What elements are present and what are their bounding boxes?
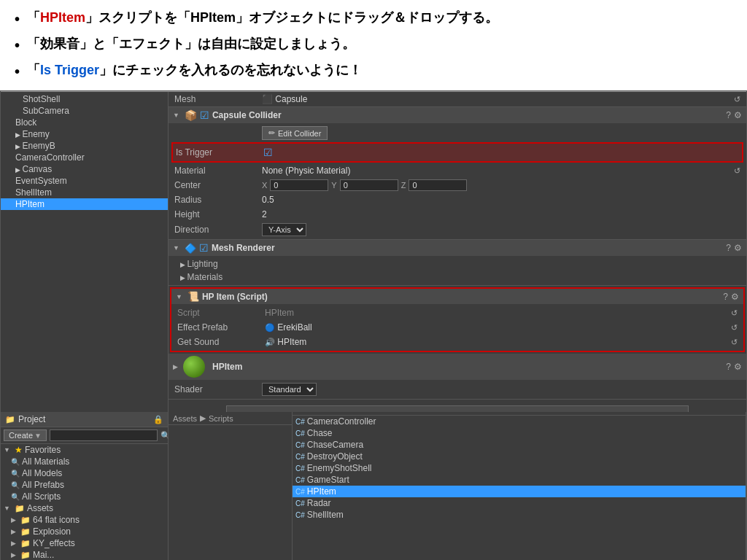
instructions-area: 「HPItem」スクリプトを「HPItem」オブジェクトにドラッグ＆ドロップする… [0,0,747,90]
help-icon-mesh[interactable]: ? [726,243,731,253]
script-icon: 📜 [187,291,199,302]
asset-kyeffects[interactable]: ▶ 📁 KY_effects [1,537,168,549]
capsule-collider-section: ▼ 📦 ☑ Capsule Collider ? ⚙ ✏ Edit Collid… [169,107,746,240]
hp-material-title: HPItem [212,362,723,372]
center-x-input[interactable] [270,179,328,191]
hp-item-script-section: ▼ 📜 HP Item (Script) ? ⚙ Script HPItem ↺… [170,287,745,352]
gear-icon-capsule[interactable]: ⚙ [734,110,742,120]
favorites-collapse: ▼ [4,446,10,454]
script-radar[interactable]: C# Radar [293,497,746,509]
create-button[interactable]: Create ▼ [4,429,47,441]
gear-icon-material[interactable]: ⚙ [734,362,742,372]
script-hp-label: HPItem [307,486,336,497]
lighting-foldable[interactable]: Lighting [169,257,746,271]
hier-shotshell[interactable]: ShotShell [1,93,168,105]
hier-enemyb[interactable]: EnemyB [1,140,168,152]
capsule-collider-body: ✏ Edit Collider Is Trigger ☑ [169,123,746,239]
fav-all-materials[interactable]: 🔍 All Materials [1,456,168,467]
hp-item-script-header[interactable]: ▼ 📜 HP Item (Script) ? ⚙ [171,289,743,304]
mesh-enable-check[interactable]: ☑ [199,242,209,254]
search-input[interactable] [50,429,158,441]
hp-item-material-header[interactable]: ▶ HPItem ? ⚙ [169,354,746,380]
capsule-collider-header[interactable]: ▼ 📦 ☑ Capsule Collider ? ⚙ [169,107,746,123]
material-reset-icon[interactable]: ↺ [734,166,740,176]
assets-scripts-area: Assets ▶ Scripts C# CameraController C# … [169,412,746,560]
gear-icon-script[interactable]: ⚙ [731,292,739,302]
script-cameracontroller[interactable]: C# CameraController [293,416,746,427]
highlight-trigger: Is Trigger [40,63,99,77]
hier-shellitem[interactable]: ShellItem [1,187,168,198]
search-icon-prefabs: 🔍 [11,481,20,489]
csharp-icon-radar: C# [295,499,305,508]
is-trigger-row: Is Trigger ☑ [171,142,743,163]
hier-eventsystem[interactable]: EventSystem [1,175,168,187]
favorites-label: Favorites [25,445,61,455]
bullet-1: 「HPItem」スクリプトを「HPItem」オブジェクトにドラッグ＆ドロップする… [15,7,732,31]
effect-prefab-row: Effect Prefab 🔵 ErekiBall ↺ [171,320,743,335]
asset-mai[interactable]: ▶ 📁 Mai... [1,549,168,560]
get-sound-row: Get Sound 🔊 HPItem ↺ [171,335,743,349]
assets-header[interactable]: ▼ 📁 Assets [1,502,168,514]
sound-reset-icon[interactable]: ↺ [731,338,738,347]
fav-all-scripts[interactable]: 🔍 All Scripts [1,491,168,502]
script-destroyobject[interactable]: C# DestroyObject [293,451,746,462]
hp-item-material-body: Shader Standard [169,380,746,399]
collapse-arrow-capsule: ▼ [173,112,179,119]
fav-all-models[interactable]: 🔍 All Models [1,467,168,479]
favorites-header[interactable]: ▼ ★ Favorites [1,444,168,456]
hier-subcamera[interactable]: SubCamera [1,105,168,117]
hier-cameracontroller[interactable]: CameraController [1,152,168,163]
script-shellitem[interactable]: C# ShellItem [293,509,746,521]
help-icon-material[interactable]: ? [726,362,731,372]
edit-collider-button[interactable]: ✏ Edit Collider [262,126,328,140]
script-chasecamera[interactable]: C# ChaseCamera [293,439,746,451]
fav-scripts-label: All Scripts [22,491,61,502]
mesh-reset-icon[interactable]: ↺ [734,95,740,104]
asset-explosion[interactable]: ▶ 📁 Explosion [1,526,168,537]
kyeffects-arrow: ▶ [11,540,16,547]
capsule-enable-check[interactable]: ☑ [200,109,209,121]
script-chase[interactable]: C# Chase [293,427,746,439]
csharp-icon-chase: C# [295,429,305,438]
is-trigger-checkbox[interactable]: ☑ [263,147,273,158]
hier-block[interactable]: Block [1,117,168,128]
fav-materials-label: All Materials [22,456,69,467]
effect-prefab-value: 🔵 ErekiBall [265,322,731,332]
fav-all-prefabs[interactable]: 🔍 All Prefabs [1,479,168,491]
unity-editor: ShotShell SubCamera Block Enemy EnemyB C… [1,91,746,412]
help-icon-script[interactable]: ? [723,292,728,302]
hier-enemy[interactable]: Enemy [1,128,168,140]
help-icon-capsule[interactable]: ? [726,110,731,120]
assets-path-label: Assets [173,414,197,423]
script-enemyshotshell[interactable]: C# EnemyShotShell [293,462,746,474]
mai-arrow: ▶ [11,551,16,559]
hier-hpitem[interactable]: HPItem [1,198,168,210]
scripts-path-label: Scripts [209,414,233,423]
asset-flaticons[interactable]: ▶ 📁 64 flat icons [1,514,168,526]
bullet-3-text: 「Is Trigger」にチェックを入れるのを忘れないように！ [27,60,362,81]
hier-canvas[interactable]: Canvas [1,163,168,175]
script-gamestart[interactable]: C# GameStart [293,474,746,486]
mesh-renderer-header[interactable]: ▼ 🔷 ☑ Mesh Renderer ? ⚙ [169,240,746,256]
effect-reset-icon[interactable]: ↺ [731,323,738,332]
lock-icon[interactable]: 🔒 [153,415,163,424]
assets-breadcrumb: Assets ▶ Scripts [169,412,292,425]
flaticons-label: 64 flat icons [33,515,80,525]
materials-foldable[interactable]: Materials [169,271,746,284]
collider-icon: 📦 [185,109,197,121]
hierarchy-list: ShotShell SubCamera Block Enemy EnemyB C… [1,92,168,412]
script-hpitem[interactable]: C# HPItem [293,486,746,497]
script-row: Script HPItem ↺ [171,306,743,320]
hp-item-script-body: Script HPItem ↺ Effect Prefab 🔵 ErekiBal… [171,304,743,351]
get-sound-value: 🔊 HPItem [265,337,731,347]
hp-sphere-icon [183,356,205,378]
gear-icon-mesh[interactable]: ⚙ [734,243,742,253]
is-trigger-label: Is Trigger [176,147,263,158]
direction-select[interactable]: Y-Axis [262,223,306,236]
center-y-input[interactable] [340,179,398,191]
kyeffects-label: KY_effects [33,538,75,548]
center-z-input[interactable] [409,179,467,191]
add-component-button[interactable]: Add Component [226,405,689,412]
shader-select[interactable]: Standard [262,383,317,396]
script-link-icon[interactable]: ↺ [731,308,738,318]
